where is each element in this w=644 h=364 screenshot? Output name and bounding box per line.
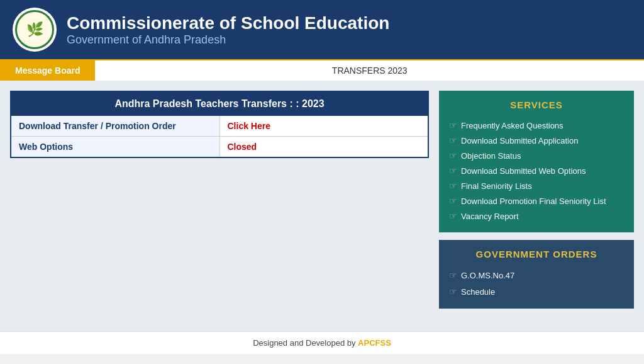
service-label-promotion-seniority: Download Promotion Final Seniority List bbox=[461, 196, 606, 206]
service-label-vacancy: Vacancy Report bbox=[461, 212, 519, 221]
order-item-go47[interactable]: ☞ G.O.MS.No.47 bbox=[449, 267, 624, 283]
site-title: Commissionerate of School Education bbox=[67, 13, 389, 34]
order-label-schedule: Schedule bbox=[461, 287, 495, 297]
table-row: Web Options Closed bbox=[11, 137, 428, 157]
row2-label: Web Options bbox=[11, 137, 220, 157]
logo: 🌿 bbox=[13, 8, 57, 52]
order-icon: ☞ bbox=[449, 287, 457, 297]
order-item-schedule[interactable]: ☞ Schedule bbox=[449, 283, 624, 300]
order-label-go47: G.O.MS.No.47 bbox=[461, 271, 514, 280]
footer: Designed and Developed by APCFSS bbox=[0, 331, 644, 354]
navbar: Message Board TRANSFERS 2023 bbox=[0, 59, 644, 81]
click-here-link[interactable]: Click Here bbox=[228, 121, 270, 131]
logo-icon: 🌿 bbox=[26, 21, 43, 38]
service-icon: ☞ bbox=[449, 135, 457, 145]
service-label-web-options: Download Submitted Web Options bbox=[461, 166, 586, 176]
govt-orders-box: GOVERNMENT ORDERS ☞ G.O.MS.No.47 ☞ Sched… bbox=[439, 240, 634, 309]
row1-value[interactable]: Click Here bbox=[220, 116, 428, 136]
row1-label: Download Transfer / Promotion Order bbox=[11, 116, 220, 136]
service-item-promotion-seniority[interactable]: ☞ Download Promotion Final Seniority Lis… bbox=[449, 193, 624, 208]
service-icon: ☞ bbox=[449, 166, 457, 176]
service-item-objection[interactable]: ☞ Objection Status bbox=[449, 148, 624, 163]
right-panel: SERVICES ☞ Frequently Asked Questions ☞ … bbox=[439, 91, 634, 321]
nav-transfers[interactable]: TRANSFERS 2023 bbox=[95, 60, 644, 81]
footer-brand: APCFSS bbox=[358, 338, 391, 348]
govt-orders-title: GOVERNMENT ORDERS bbox=[449, 249, 624, 259]
order-icon: ☞ bbox=[449, 270, 457, 280]
header-text: Commissionerate of School Education Gove… bbox=[67, 13, 389, 47]
service-item-seniority[interactable]: ☞ Final Seniority Lists bbox=[449, 178, 624, 193]
service-label-application: Download Submitted Application bbox=[461, 136, 578, 145]
service-icon: ☞ bbox=[449, 211, 457, 221]
service-item-web-options[interactable]: ☞ Download Submitted Web Options bbox=[449, 163, 624, 178]
main-content: Andhra Pradesh Teachers Transfers : : 20… bbox=[0, 81, 644, 331]
service-item-vacancy[interactable]: ☞ Vacancy Report bbox=[449, 208, 624, 224]
service-item-faq[interactable]: ☞ Frequently Asked Questions bbox=[449, 118, 624, 133]
services-box: SERVICES ☞ Frequently Asked Questions ☞ … bbox=[439, 91, 634, 232]
nav-message-board[interactable]: Message Board bbox=[0, 60, 95, 81]
service-icon: ☞ bbox=[449, 196, 457, 206]
service-item-application[interactable]: ☞ Download Submitted Application bbox=[449, 133, 624, 148]
service-icon: ☞ bbox=[449, 181, 457, 191]
header: 🌿 Commissionerate of School Education Go… bbox=[0, 0, 644, 59]
service-label-objection: Objection Status bbox=[461, 151, 521, 161]
left-panel: Andhra Pradesh Teachers Transfers : : 20… bbox=[10, 91, 429, 321]
row2-value: Closed bbox=[220, 137, 428, 157]
site-subtitle: Government of Andhra Pradesh bbox=[67, 33, 389, 47]
service-icon: ☞ bbox=[449, 120, 457, 130]
services-title: SERVICES bbox=[449, 100, 624, 110]
transfers-table: Andhra Pradesh Teachers Transfers : : 20… bbox=[10, 91, 429, 158]
table-title: Andhra Pradesh Teachers Transfers : : 20… bbox=[11, 92, 428, 116]
service-label-seniority: Final Seniority Lists bbox=[461, 181, 532, 191]
service-icon: ☞ bbox=[449, 151, 457, 161]
service-label-faq: Frequently Asked Questions bbox=[461, 121, 564, 130]
status-closed: Closed bbox=[228, 142, 257, 152]
table-row: Download Transfer / Promotion Order Clic… bbox=[11, 116, 428, 137]
logo-emblem: 🌿 bbox=[15, 10, 54, 49]
footer-text: Designed and Developed by bbox=[253, 338, 358, 348]
